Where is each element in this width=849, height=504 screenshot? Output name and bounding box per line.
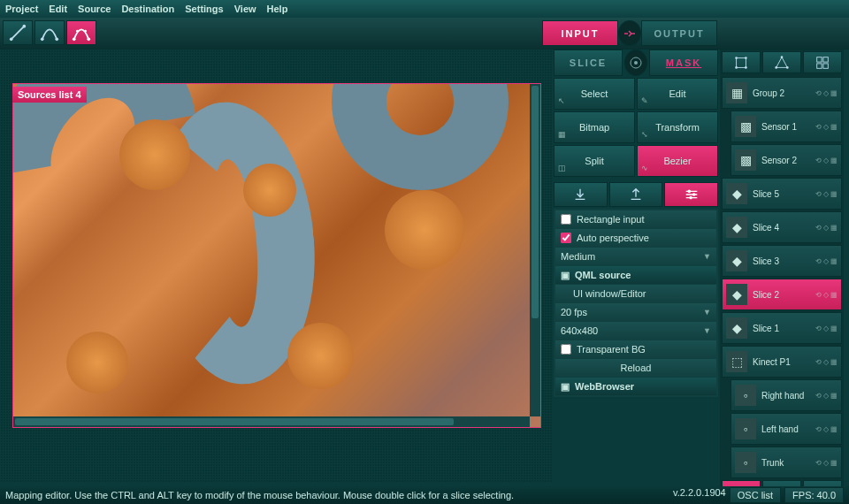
- rectangle-input-checkbox[interactable]: [561, 214, 571, 225]
- tab-import[interactable]: [554, 182, 608, 207]
- prop-fps-dropdown[interactable]: 20 fps▼: [555, 303, 716, 321]
- slice-icon: ◆: [726, 183, 747, 204]
- prop-quality-dropdown[interactable]: Medium▼: [555, 248, 716, 265]
- tree-item-controls[interactable]: ⟲ ◇ ▦: [815, 291, 838, 299]
- transparent-bg-checkbox[interactable]: [561, 344, 571, 355]
- tree-item-controls[interactable]: ⟲ ◇ ▦: [815, 392, 838, 400]
- tree-item-slice-3[interactable]: ◆Slice 3⟲ ◇ ▦: [722, 245, 842, 277]
- tool-bezier-panel[interactable]: ∿Bezier: [637, 145, 718, 177]
- tree-item-slice-2[interactable]: ◆Slice 2⟲ ◇ ▦: [722, 279, 842, 310]
- tree-item-sensor-1[interactable]: ▩Sensor 1⟲ ◇ ▦: [730, 111, 842, 142]
- tool-split[interactable]: ◫Split: [554, 145, 635, 177]
- menu-view[interactable]: View: [234, 4, 256, 14]
- tree-item-right-hand[interactable]: ◦Right hand⟲ ◇ ▦: [730, 379, 842, 411]
- kinect-icon: ⬚: [726, 351, 747, 372]
- svg-point-7: [84, 30, 87, 33]
- svg-point-18: [781, 56, 784, 58]
- prop-resolution-dropdown[interactable]: 640x480▼: [555, 322, 716, 340]
- osc-list-button[interactable]: OSC list: [730, 487, 781, 503]
- scene-tool-rect[interactable]: [722, 51, 761, 73]
- transform-icon: ⤡: [641, 130, 648, 139]
- svg-point-5: [87, 38, 90, 42]
- tree-item-controls[interactable]: ⟲ ◇ ▦: [815, 224, 838, 232]
- bezier-icon: ∿: [641, 164, 648, 172]
- prop-transparent-bg[interactable]: Transparent BG: [555, 340, 716, 358]
- collapse-icon: ▣: [561, 270, 570, 281]
- svg-rect-21: [817, 57, 822, 61]
- auto-perspective-checkbox[interactable]: [561, 233, 571, 243]
- top-toolbar: INPUT OUTPUT: [0, 18, 849, 50]
- tree-item-controls[interactable]: ⟲ ◇ ▦: [815, 325, 838, 332]
- tree-item-left-hand[interactable]: ◦Left hand⟲ ◇ ▦: [730, 413, 842, 445]
- tree-item-controls[interactable]: ⟲ ◇ ▦: [815, 190, 838, 198]
- tree-item-controls[interactable]: ⟲ ◇ ▦: [815, 459, 838, 467]
- tree-item-label: Slice 2: [753, 290, 810, 300]
- svg-point-0: [10, 38, 13, 42]
- cursor-icon: ↖: [558, 96, 565, 105]
- tree-item-controls[interactable]: ⟲ ◇ ▦: [815, 358, 838, 366]
- scrollbar-vertical[interactable]: [530, 84, 540, 416]
- tool-bezier[interactable]: [66, 20, 96, 45]
- tree-item-controls[interactable]: ⟲ ◇ ▦: [815, 425, 838, 433]
- menu-edit[interactable]: Edit: [49, 4, 67, 14]
- canvas-frame[interactable]: [12, 83, 541, 428]
- menu-help[interactable]: Help: [267, 4, 288, 14]
- menu-project[interactable]: Project: [5, 4, 38, 14]
- tree-item-controls[interactable]: ⟲ ◇ ▦: [815, 257, 838, 265]
- prop-ui-window[interactable]: UI window/Editor: [555, 285, 716, 302]
- chevron-down-icon: ▼: [703, 252, 711, 261]
- tab-export[interactable]: [609, 182, 663, 207]
- tree-item-controls[interactable]: ⟲ ◇ ▦: [815, 89, 838, 97]
- tree-item-controls[interactable]: ⟲ ◇ ▦: [815, 157, 838, 164]
- version-label: v.2.2.0.1904: [673, 487, 726, 503]
- input-button[interactable]: INPUT: [542, 20, 618, 46]
- tree-item-label: Slice 1: [753, 324, 810, 333]
- tool-curve[interactable]: [34, 20, 65, 45]
- tree-item-controls[interactable]: ⟲ ◇ ▦: [815, 123, 838, 131]
- slice-button[interactable]: SLICE: [554, 50, 623, 76]
- svg-point-16: [735, 66, 738, 69]
- tool-transform[interactable]: ⤡Transform: [637, 111, 718, 143]
- statusbar: Mapping editor. Use the CTRL and ALT key…: [0, 486, 849, 504]
- tree-item-label: Sensor 2: [761, 156, 810, 165]
- tree-item-group-2[interactable]: ▦Group 2⟲ ◇ ▦: [722, 77, 842, 109]
- tree-item-label: Kinect P1: [753, 357, 810, 367]
- tree-item-slice-5[interactable]: ◆Slice 5⟲ ◇ ▦: [722, 178, 842, 210]
- canvas-area[interactable]: Sources list 4: [0, 50, 552, 483]
- svg-point-6: [76, 30, 79, 33]
- scene-tool-grid[interactable]: [803, 51, 842, 73]
- menu-destination[interactable]: Destination: [121, 4, 174, 14]
- reload-button[interactable]: Reload: [555, 359, 716, 377]
- tab-settings[interactable]: [664, 182, 718, 207]
- tool-select[interactable]: ↖Select: [554, 78, 635, 110]
- tree-item-kinect-p1[interactable]: ⬚Kinect P1⟲ ◇ ▦: [722, 346, 842, 378]
- svg-rect-23: [817, 63, 822, 67]
- slice-icon: ◆: [726, 284, 747, 305]
- prop-auto-perspective[interactable]: Auto perspective: [555, 229, 716, 247]
- tree-item-trunk[interactable]: ◦Trunk⟲ ◇ ▦: [730, 447, 842, 478]
- slice-icon: ◆: [726, 217, 747, 238]
- svg-rect-24: [823, 63, 828, 67]
- tree-item-slice-4[interactable]: ◆Slice 4⟲ ◇ ▦: [722, 211, 842, 243]
- tool-bitmap[interactable]: ▦Bitmap: [554, 111, 635, 143]
- svg-point-3: [55, 38, 58, 42]
- tree-item-label: Trunk: [761, 458, 810, 468]
- scene-tool-triangle[interactable]: [762, 51, 801, 73]
- node-icon: ◦: [735, 385, 756, 406]
- tool-edit[interactable]: ✎Edit: [637, 78, 718, 110]
- svg-point-14: [735, 57, 738, 59]
- tool-line[interactable]: [3, 20, 33, 45]
- menu-settings[interactable]: Settings: [185, 4, 223, 14]
- output-button[interactable]: OUTPUT: [641, 20, 717, 46]
- scrollbar-horizontal[interactable]: [13, 416, 530, 427]
- properties-panel: Rectangle input Auto perspective Medium▼…: [554, 209, 718, 397]
- prop-webbrowser-header[interactable]: ▣WebBrowser: [555, 378, 716, 395]
- tree-item-slice-1[interactable]: ◆Slice 1⟲ ◇ ▦: [722, 312, 842, 344]
- prop-rectangle-input[interactable]: Rectangle input: [555, 210, 716, 228]
- menu-source[interactable]: Source: [78, 4, 111, 14]
- slice-icon: ◆: [726, 250, 747, 271]
- tree-item-sensor-2[interactable]: ▩Sensor 2⟲ ◇ ▦: [730, 144, 842, 176]
- prop-qml-header[interactable]: ▣QML source: [555, 266, 716, 284]
- status-hint: Mapping editor. Use the CTRL and ALT key…: [5, 490, 514, 500]
- mask-button[interactable]: MASK: [649, 50, 718, 76]
